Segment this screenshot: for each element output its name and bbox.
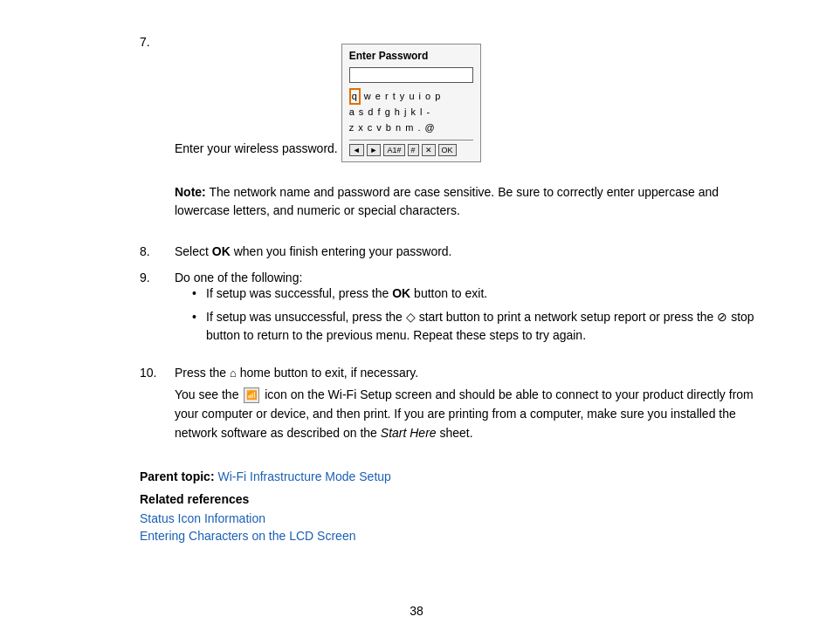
step-10-para: You see the 📶 icon on the Wi-Fi Setup sc…	[175, 385, 763, 443]
kb-ok-btn[interactable]: OK	[438, 144, 457, 156]
parent-topic-link[interactable]: Wi-Fi Infrastructure Mode Setup	[217, 469, 390, 483]
note-label: Note:	[175, 185, 206, 199]
keyboard-title: Enter Password	[349, 50, 473, 62]
kb-hash-btn[interactable]: #	[408, 144, 419, 156]
related-link-2[interactable]: Entering Characters on the LCD Screen	[140, 529, 763, 543]
key-q: q	[349, 88, 361, 105]
note-block: Note: The network name and password are …	[175, 183, 763, 220]
step-10: 10. Press the ⌂ home button to exit, if …	[140, 366, 763, 457]
wifi-status-icon: 📶	[244, 387, 259, 403]
related-references-title: Related references	[140, 492, 763, 506]
note-text: The network name and password are case s…	[175, 185, 719, 217]
step-9-text: Do one of the following:	[175, 271, 302, 284]
bullet-2: • If setup was unsuccessful, press the ◇…	[192, 308, 763, 345]
step-8-content: Select OK when you finish entering your …	[175, 244, 763, 258]
bullet-dot-1: •	[192, 284, 206, 303]
kb-a1-btn[interactable]: A1#	[383, 144, 404, 156]
keyboard-illustration: Enter Password q w e r t y u i o p a s d…	[341, 44, 481, 162]
step-10-number: 10.	[140, 366, 175, 457]
keyboard-row-2: a s d f g h j k l -	[349, 105, 473, 120]
keyboard-row-1: q w e r t y u i o p	[349, 88, 473, 105]
related-references: Related references Status Icon Informati…	[140, 492, 763, 543]
step-10-content: Press the ⌂ home button to exit, if nece…	[175, 366, 763, 457]
step-8-number: 8.	[140, 244, 175, 258]
parent-topic-label: Parent topic:	[140, 469, 215, 483]
ok-bold-2: OK	[392, 286, 410, 300]
bullet-2-text: If setup was unsuccessful, press the ◇ s…	[206, 308, 763, 345]
step-7-number: 7.	[140, 35, 175, 232]
parent-topic: Parent topic: Wi-Fi Infrastructure Mode …	[140, 469, 763, 483]
bullet-1-text: If setup was successful, press the OK bu…	[206, 284, 487, 303]
step-8: 8. Select OK when you finish entering yo…	[140, 244, 763, 258]
step-7: 7. Enter your wireless password. Enter P…	[140, 35, 763, 232]
page-content: 7. Enter your wireless password. Enter P…	[0, 0, 833, 644]
related-link-1[interactable]: Status Icon Information	[140, 511, 763, 525]
bullet-list: • If setup was successful, press the OK …	[192, 284, 763, 345]
step-7-content: Enter your wireless password. Enter Pass…	[175, 35, 763, 232]
kb-forward-btn[interactable]: ►	[367, 144, 382, 156]
bullet-dot-2: •	[192, 308, 206, 345]
bullet-1: • If setup was successful, press the OK …	[192, 284, 763, 303]
step-9-content: Do one of the following: • If setup was …	[175, 271, 763, 353]
home-icon: ⌂	[230, 367, 237, 380]
step-10-text: Press the ⌂ home button to exit, if nece…	[175, 366, 418, 380]
keyboard-buttons: ◄ ► A1# # ✕ OK	[349, 140, 473, 156]
keyboard-row-3: z x c v b n m . @	[349, 120, 473, 136]
page-number: 38	[410, 604, 423, 618]
step-7-text: Enter your wireless password.	[175, 141, 338, 155]
start-here-italic: Start Here	[381, 426, 437, 440]
keyboard-input-field	[349, 67, 473, 83]
ok-bold: OK	[212, 244, 231, 258]
kb-back-btn[interactable]: ◄	[349, 144, 364, 156]
step-9: 9. Do one of the following: • If setup w…	[140, 271, 763, 353]
step-8-text: Select OK when you finish entering your …	[175, 244, 452, 258]
step-9-number: 9.	[140, 271, 175, 353]
kb-clear-btn[interactable]: ✕	[422, 144, 436, 156]
